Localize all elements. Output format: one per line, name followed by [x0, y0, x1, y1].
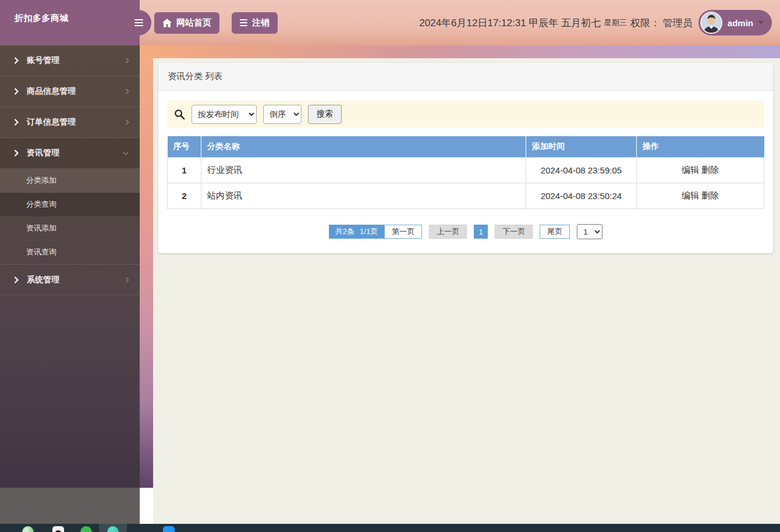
- home-button-label: 网站首页: [176, 17, 211, 29]
- column-header-name: 分类名称: [201, 136, 526, 158]
- main-content: 资讯分类 列表 按发布时间 倒序 搜索 序号 分类名称 添加时间 操作: [153, 58, 780, 524]
- pagination: 共2条 1/1页 第一页 上一页 1 下一页 尾页 1: [158, 224, 773, 239]
- home-button[interactable]: 网站首页: [154, 12, 219, 34]
- app-logo-text: 折扣多多商城: [15, 13, 69, 24]
- sidebar-footer: [0, 488, 140, 524]
- username-text: admin: [728, 18, 753, 28]
- topbar: 网站首页 注销 2024年6月12日17:12:31 甲辰年 五月初七 星期三 …: [140, 0, 780, 45]
- pagination-current-page[interactable]: 1: [474, 225, 488, 239]
- column-header-ops: 操作: [637, 136, 764, 158]
- home-icon: [162, 19, 172, 27]
- sidebar-item-label: 系统管理: [27, 275, 59, 285]
- search-button[interactable]: 搜索: [308, 105, 342, 124]
- sidebar-item-label: 订单信息管理: [27, 117, 76, 127]
- weekday-text: 星期三: [604, 17, 627, 28]
- sidebar-subitem-news-query[interactable]: 资讯查询: [0, 240, 140, 264]
- news-category-panel: 资讯分类 列表 按发布时间 倒序 搜索 序号 分类名称 添加时间 操作: [158, 63, 773, 253]
- taskbar-app-icon[interactable]: [52, 526, 64, 532]
- list-icon: [240, 22, 247, 23]
- sidebar: 折扣多多商城 账号管理 商品信息管理 订单信息管理: [0, 0, 140, 488]
- logout-button-label: 注销: [252, 17, 270, 29]
- chevron-right-icon: [125, 276, 129, 283]
- pagination-prev-button[interactable]: 上一页: [429, 225, 467, 239]
- cell-time: 2024-04-08 23:59:05: [526, 158, 637, 183]
- sidebar-subitem-label: 资讯查询: [26, 247, 56, 257]
- pagination-last-button[interactable]: 尾页: [540, 225, 570, 239]
- sidebar-subitem-label: 分类查询: [26, 199, 56, 210]
- sidebar-item-accounts[interactable]: 账号管理: [0, 45, 140, 76]
- table-row: 1 行业资讯 2024-04-08 23:59:05 编辑 删除: [168, 158, 764, 183]
- cell-ops: 编辑 删除: [637, 158, 764, 183]
- pagination-total: 共2条: [335, 226, 354, 237]
- cell-name: 站内资讯: [201, 183, 526, 209]
- pagination-next-button[interactable]: 下一页: [495, 225, 533, 239]
- sidebar-item-label: 资讯管理: [27, 148, 59, 158]
- chevron-down-icon: [122, 151, 129, 155]
- cell-time: 2024-04-08 23:50:24: [526, 183, 637, 209]
- sidebar-subitem-category-query[interactable]: 分类查询: [0, 193, 140, 217]
- delete-link[interactable]: 删除: [701, 190, 719, 200]
- avatar: [700, 12, 722, 34]
- windows-taskbar[interactable]: [0, 524, 780, 532]
- search-icon: [174, 109, 185, 120]
- pagination-first-button[interactable]: 第一页: [384, 225, 422, 239]
- sidebar-subitem-category-add[interactable]: 分类添加: [0, 169, 140, 193]
- app-logo: 折扣多多商城: [0, 0, 140, 45]
- caret-down-icon: [758, 21, 764, 24]
- permission-text: 权限： 管理员: [630, 16, 693, 30]
- cell-name: 行业资讯: [201, 158, 526, 183]
- sidebar-subitem-news-add[interactable]: 资讯添加: [0, 217, 140, 240]
- pagination-page-info: 1/1页: [360, 226, 378, 237]
- sidebar-item-system[interactable]: 系统管理: [0, 264, 140, 295]
- sort-field-select[interactable]: 按发布时间: [192, 105, 257, 124]
- chevron-right-icon: [125, 119, 129, 126]
- chevron-right-icon: [14, 150, 19, 157]
- topbar-right: 2024年6月12日17:12:31 甲辰年 五月初七 星期三 权限： 管理员 …: [419, 10, 772, 36]
- column-header-time: 添加时间: [526, 136, 637, 158]
- pagination-page-select[interactable]: 1: [577, 224, 602, 239]
- chevron-right-icon: [14, 119, 19, 126]
- sort-order-select[interactable]: 倒序: [263, 105, 302, 124]
- edit-link[interactable]: 编辑: [682, 165, 699, 175]
- sidebar-menu: 账号管理 商品信息管理 订单信息管理 资讯管理: [0, 45, 140, 488]
- table-header-row: 序号 分类名称 添加时间 操作: [168, 136, 764, 158]
- sidebar-item-label: 账号管理: [27, 55, 59, 66]
- taskbar-app-icon[interactable]: [22, 526, 34, 532]
- sidebar-item-orders[interactable]: 订单信息管理: [0, 107, 140, 138]
- sidebar-item-products[interactable]: 商品信息管理: [0, 76, 140, 107]
- sidebar-item-news[interactable]: 资讯管理: [0, 138, 140, 169]
- chevron-right-icon: [125, 88, 129, 95]
- sidebar-toggle-button[interactable]: [126, 10, 151, 36]
- search-bar: 按发布时间 倒序 搜索: [167, 101, 764, 127]
- logout-button[interactable]: 注销: [232, 12, 278, 34]
- background-gradient-band: [140, 45, 780, 58]
- chevron-right-icon: [125, 57, 129, 64]
- hamburger-icon: [134, 22, 143, 24]
- column-header-no: 序号: [168, 136, 201, 158]
- edit-link[interactable]: 编辑: [682, 190, 699, 200]
- sidebar-item-label: 商品信息管理: [27, 86, 76, 97]
- sidebar-subitem-label: 资讯添加: [26, 223, 56, 233]
- datetime-text: 2024年6月12日17:12:31 甲辰年 五月初七: [419, 16, 601, 30]
- cell-no: 1: [168, 158, 201, 183]
- pagination-info: 共2条 1/1页: [329, 225, 384, 239]
- background-gradient-strip: [140, 58, 153, 488]
- chevron-right-icon: [14, 57, 19, 64]
- delete-link[interactable]: 删除: [701, 165, 719, 175]
- cell-ops: 编辑 删除: [637, 183, 764, 209]
- chevron-right-icon: [14, 88, 19, 95]
- table-row: 2 站内资讯 2024-04-08 23:50:24 编辑 删除: [168, 183, 764, 209]
- sidebar-subitem-label: 分类添加: [26, 175, 56, 186]
- user-menu[interactable]: admin: [699, 10, 772, 36]
- taskbar-app-icon[interactable]: [80, 526, 92, 532]
- panel-title: 资讯分类 列表: [158, 63, 773, 91]
- chevron-right-icon: [14, 276, 19, 283]
- taskbar-app-icon[interactable]: [163, 526, 175, 532]
- category-table: 序号 分类名称 添加时间 操作 1 行业资讯 2024-04-08 23:59:…: [167, 136, 764, 209]
- cell-no: 2: [168, 183, 201, 209]
